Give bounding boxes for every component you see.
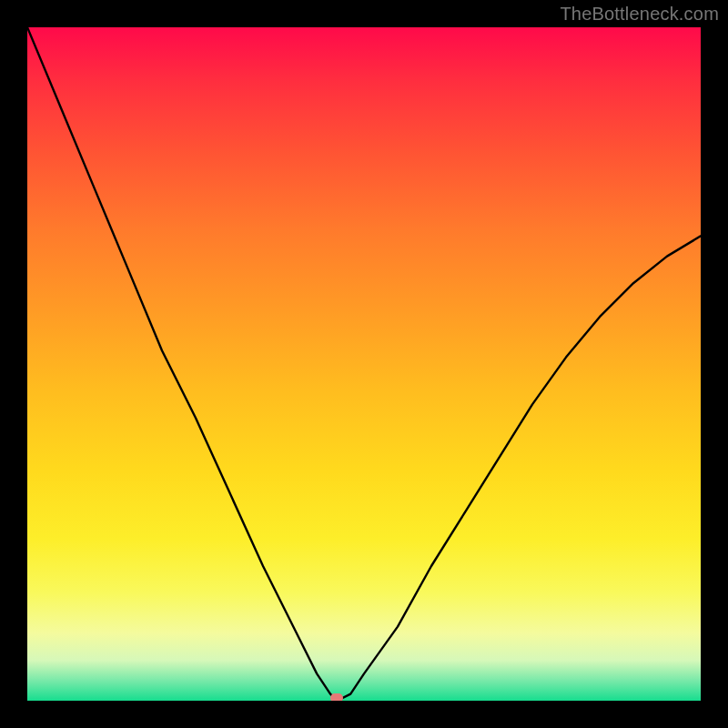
watermark-text: TheBottleneck.com: [560, 4, 719, 25]
chart-frame: TheBottleneck.com: [0, 0, 728, 728]
minimum-marker: [330, 693, 343, 701]
bottleneck-curve: [27, 27, 701, 701]
plot-area: [27, 27, 701, 701]
